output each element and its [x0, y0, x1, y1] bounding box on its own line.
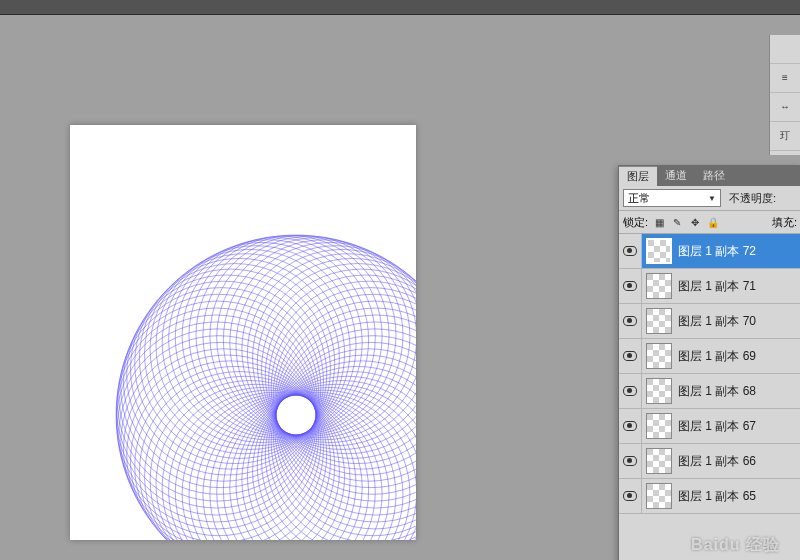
blend-mode-value: 正常	[628, 191, 650, 206]
artwork-spirograph	[70, 125, 416, 540]
lock-transparent-icon[interactable]: ▦	[652, 215, 666, 229]
lock-brush-icon[interactable]: ✎	[670, 215, 684, 229]
layer-row[interactable]: 图层 1 副本 65	[619, 479, 800, 514]
layer-visibility-toggle[interactable]	[619, 304, 642, 338]
layers-panel: 图层 通道 路径 正常 ▼ 不透明度: 锁定: ▦ ✎ ✥ 🔒 填充: 图层 1…	[618, 165, 800, 560]
svg-point-37	[116, 308, 316, 508]
chevron-down-icon: ▼	[708, 194, 716, 203]
lock-label: 锁定:	[623, 215, 648, 230]
app-top-bar	[0, 0, 800, 15]
layer-thumbnail[interactable]	[646, 273, 672, 299]
layer-visibility-toggle[interactable]	[619, 374, 642, 408]
eye-icon	[623, 421, 637, 431]
layer-visibility-toggle[interactable]	[619, 409, 642, 443]
layer-row[interactable]: 图层 1 副本 67	[619, 409, 800, 444]
layer-name-label: 图层 1 副本 65	[678, 488, 756, 505]
layer-thumbnail[interactable]	[646, 238, 672, 264]
panel-options-row: 正常 ▼ 不透明度:	[619, 186, 800, 211]
tool-strip-item[interactable]	[770, 35, 800, 64]
layer-row[interactable]: 图层 1 副本 71	[619, 269, 800, 304]
document-canvas[interactable]	[70, 125, 416, 540]
lock-row: 锁定: ▦ ✎ ✥ 🔒 填充:	[619, 211, 800, 234]
tab-layers[interactable]: 图层	[619, 166, 657, 186]
layer-row[interactable]: 图层 1 副本 66	[619, 444, 800, 479]
eye-icon	[623, 386, 637, 396]
layer-visibility-toggle[interactable]	[619, 234, 642, 268]
layer-name-label: 图层 1 副本 69	[678, 348, 756, 365]
panel-tabs: 图层 通道 路径	[619, 166, 800, 186]
layer-thumbnail[interactable]	[646, 308, 672, 334]
layer-row[interactable]: 图层 1 副本 72	[619, 234, 800, 269]
layer-name-label: 图层 1 副本 70	[678, 313, 756, 330]
eye-icon	[623, 491, 637, 501]
layer-visibility-toggle[interactable]	[619, 339, 642, 373]
blend-mode-select[interactable]: 正常 ▼	[623, 189, 721, 207]
fill-label: 填充:	[772, 215, 797, 230]
opacity-label: 不透明度:	[729, 191, 776, 206]
layer-name-label: 图层 1 副本 71	[678, 278, 756, 295]
eye-icon	[623, 316, 637, 326]
layer-thumbnail[interactable]	[646, 343, 672, 369]
layer-name-label: 图层 1 副本 72	[678, 243, 756, 260]
layer-visibility-toggle[interactable]	[619, 479, 642, 513]
layer-row[interactable]: 图层 1 副本 69	[619, 339, 800, 374]
tool-strip-item[interactable]: 玎	[770, 122, 800, 151]
svg-point-55	[203, 235, 403, 435]
svg-point-53	[189, 235, 389, 435]
layer-thumbnail[interactable]	[646, 483, 672, 509]
tool-strip-item[interactable]: ↔	[770, 93, 800, 122]
svg-point-35	[116, 322, 316, 522]
layer-row[interactable]: 图层 1 副本 70	[619, 304, 800, 339]
layer-name-label: 图层 1 副本 67	[678, 418, 756, 435]
eye-icon	[623, 246, 637, 256]
layer-thumbnail[interactable]	[646, 378, 672, 404]
lock-all-icon[interactable]: 🔒	[706, 215, 720, 229]
eye-icon	[623, 456, 637, 466]
eye-icon	[623, 281, 637, 291]
right-tool-strip: ≡ ↔ 玎	[769, 35, 800, 155]
lock-move-icon[interactable]: ✥	[688, 215, 702, 229]
layer-thumbnail[interactable]	[646, 448, 672, 474]
layer-name-label: 图层 1 副本 68	[678, 383, 756, 400]
layer-name-label: 图层 1 副本 66	[678, 453, 756, 470]
layer-list: 图层 1 副本 72图层 1 副本 71图层 1 副本 70图层 1 副本 69…	[619, 234, 800, 514]
eye-icon	[623, 351, 637, 361]
layer-row[interactable]: 图层 1 副本 68	[619, 374, 800, 409]
layer-visibility-toggle[interactable]	[619, 444, 642, 478]
tool-strip-item[interactable]: ≡	[770, 64, 800, 93]
tab-paths[interactable]: 路径	[695, 166, 733, 186]
layer-visibility-toggle[interactable]	[619, 269, 642, 303]
tab-channels[interactable]: 通道	[657, 166, 695, 186]
workspace: ≡ ↔ 玎 图层 通道 路径 正常 ▼ 不透明度: 锁定: ▦ ✎ ✥ 🔒 填充…	[0, 15, 800, 560]
layer-thumbnail[interactable]	[646, 413, 672, 439]
